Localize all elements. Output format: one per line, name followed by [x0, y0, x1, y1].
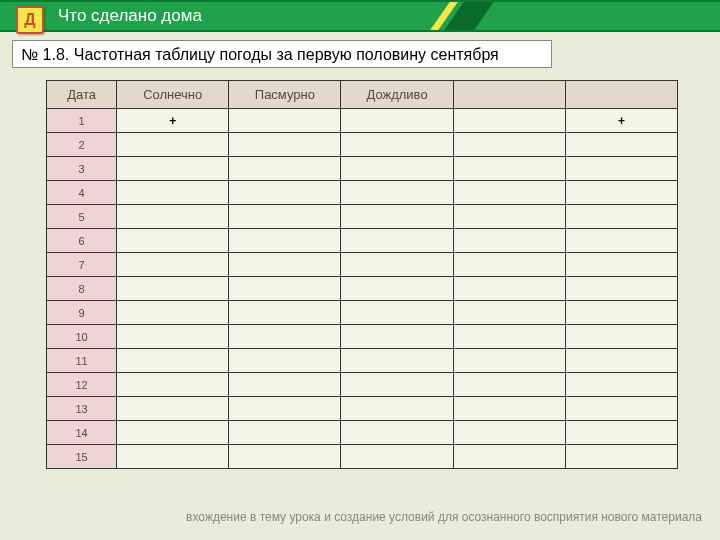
weather-table-container: Дата Солнечно Пасмурно Дождливо 1++23456…: [46, 80, 678, 469]
date-cell: 3: [47, 157, 117, 181]
date-cell: 2: [47, 133, 117, 157]
table-header-row: Дата Солнечно Пасмурно Дождливо: [47, 81, 678, 109]
mark-cell: [229, 205, 341, 229]
task-description: № 1.8. Частотная таблицу погоды за перву…: [12, 40, 552, 68]
mark-cell: [565, 373, 677, 397]
mark-cell: [565, 301, 677, 325]
mark-cell: [117, 133, 229, 157]
table-row: 8: [47, 277, 678, 301]
table-row: 11: [47, 349, 678, 373]
date-cell: 4: [47, 181, 117, 205]
mark-cell: [117, 253, 229, 277]
date-cell: 6: [47, 229, 117, 253]
mark-cell: [229, 373, 341, 397]
date-cell: 12: [47, 373, 117, 397]
mark-cell: +: [117, 109, 229, 133]
mark-cell: [565, 133, 677, 157]
date-cell: 13: [47, 397, 117, 421]
mark-cell: [341, 277, 453, 301]
weather-table: Дата Солнечно Пасмурно Дождливо 1++23456…: [46, 80, 678, 469]
mark-cell: [565, 253, 677, 277]
header-stripe-decor: [440, 2, 520, 30]
mark-cell: [341, 397, 453, 421]
table-row: 3: [47, 157, 678, 181]
footer-caption: вхождение в тему урока и создание услови…: [186, 510, 702, 524]
mark-cell: [229, 301, 341, 325]
mark-cell: [565, 205, 677, 229]
mark-cell: [117, 277, 229, 301]
mark-cell: [565, 349, 677, 373]
mark-cell: [229, 157, 341, 181]
col-header-date: Дата: [47, 81, 117, 109]
mark-cell: [341, 157, 453, 181]
date-cell: 7: [47, 253, 117, 277]
mark-cell: [453, 373, 565, 397]
mark-cell: [341, 349, 453, 373]
table-row: 10: [47, 325, 678, 349]
mark-cell: [117, 421, 229, 445]
mark-cell: [117, 325, 229, 349]
section-badge-letter: Д: [24, 11, 35, 29]
table-row: 14: [47, 421, 678, 445]
mark-cell: [117, 205, 229, 229]
mark-cell: [117, 373, 229, 397]
table-row: 12: [47, 373, 678, 397]
mark-cell: [229, 445, 341, 469]
mark-cell: [453, 397, 565, 421]
col-header-sunny: Солнечно: [117, 81, 229, 109]
mark-cell: [565, 421, 677, 445]
mark-cell: [229, 325, 341, 349]
table-row: 13: [47, 397, 678, 421]
table-row: 4: [47, 181, 678, 205]
mark-cell: [341, 109, 453, 133]
mark-cell: [229, 421, 341, 445]
mark-cell: [229, 229, 341, 253]
mark-cell: [453, 301, 565, 325]
mark-cell: [453, 349, 565, 373]
mark-cell: [565, 397, 677, 421]
table-row: 5: [47, 205, 678, 229]
mark-cell: [453, 133, 565, 157]
mark-cell: [229, 133, 341, 157]
mark-cell: [453, 277, 565, 301]
section-badge: Д: [16, 6, 44, 34]
table-row: 7: [47, 253, 678, 277]
date-cell: 10: [47, 325, 117, 349]
table-row: 2: [47, 133, 678, 157]
mark-cell: [341, 181, 453, 205]
mark-cell: [341, 373, 453, 397]
date-cell: 8: [47, 277, 117, 301]
mark-cell: [117, 181, 229, 205]
mark-cell: [341, 133, 453, 157]
mark-cell: [117, 157, 229, 181]
mark-cell: [341, 325, 453, 349]
table-row: 6: [47, 229, 678, 253]
mark-cell: [229, 109, 341, 133]
mark-cell: [453, 445, 565, 469]
mark-cell: [117, 229, 229, 253]
col-header-cloudy: Пасмурно: [229, 81, 341, 109]
col-header-empty-2: [565, 81, 677, 109]
mark-cell: [453, 253, 565, 277]
mark-cell: [341, 445, 453, 469]
mark-cell: [229, 397, 341, 421]
date-cell: 9: [47, 301, 117, 325]
task-text: № 1.8. Частотная таблицу погоды за перву…: [21, 46, 499, 63]
mark-cell: [229, 349, 341, 373]
date-cell: 11: [47, 349, 117, 373]
date-cell: 14: [47, 421, 117, 445]
col-header-rainy: Дождливо: [341, 81, 453, 109]
mark-cell: [565, 325, 677, 349]
mark-cell: [229, 277, 341, 301]
mark-cell: [453, 109, 565, 133]
mark-cell: [229, 181, 341, 205]
header-bar: Что сделано дома: [0, 0, 720, 32]
mark-cell: [565, 229, 677, 253]
mark-cell: [117, 349, 229, 373]
mark-cell: +: [565, 109, 677, 133]
mark-cell: [565, 157, 677, 181]
mark-cell: [453, 325, 565, 349]
mark-cell: [565, 277, 677, 301]
col-header-empty-1: [453, 81, 565, 109]
mark-cell: [117, 397, 229, 421]
